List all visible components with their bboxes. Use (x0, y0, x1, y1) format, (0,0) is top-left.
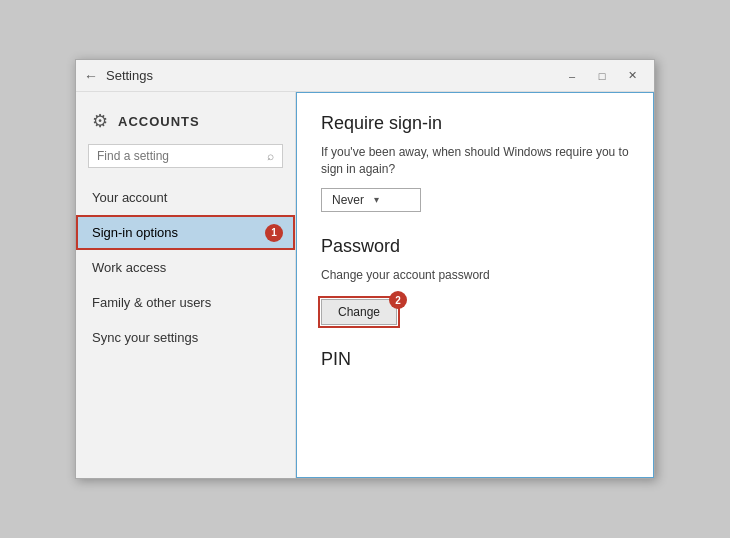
minimize-button[interactable]: – (558, 66, 586, 86)
sidebar-title: ACCOUNTS (118, 114, 200, 129)
title-bar: ← Settings – □ ✕ (76, 60, 654, 92)
sidebar: ⚙ ACCOUNTS ⌕ Your account Sign-in option… (76, 92, 296, 478)
maximize-button[interactable]: □ (588, 66, 616, 86)
sidebar-item-family-other-users[interactable]: Family & other users (76, 285, 295, 320)
change-password-button[interactable]: Change (321, 299, 397, 325)
main-panel: Require sign-in If you've been away, whe… (296, 92, 654, 478)
sidebar-header: ⚙ ACCOUNTS (76, 102, 295, 144)
pin-title: PIN (321, 349, 629, 370)
require-signin-desc: If you've been away, when should Windows… (321, 144, 629, 178)
search-icon: ⌕ (267, 149, 274, 163)
password-title: Password (321, 236, 629, 257)
sign-in-badge: 1 (265, 224, 283, 242)
close-button[interactable]: ✕ (618, 66, 646, 86)
search-bar[interactable]: ⌕ (88, 144, 283, 168)
dropdown-arrow-icon: ▾ (374, 194, 379, 205)
require-signin-title: Require sign-in (321, 113, 629, 134)
password-section: Password Change your account password Ch… (321, 236, 629, 326)
pin-section: PIN (321, 349, 629, 370)
back-button[interactable]: ← (84, 68, 98, 84)
password-badge: 2 (389, 291, 407, 309)
password-desc: Change your account password (321, 267, 629, 284)
sidebar-item-sync-settings[interactable]: Sync your settings (76, 320, 295, 355)
sidebar-item-sign-in-options[interactable]: Sign-in options 1 (76, 215, 295, 250)
sidebar-item-your-account[interactable]: Your account (76, 180, 295, 215)
require-signin-section: Require sign-in If you've been away, whe… (321, 113, 629, 212)
search-input[interactable] (97, 149, 261, 163)
sidebar-item-work-access[interactable]: Work access (76, 250, 295, 285)
content-area: ⚙ ACCOUNTS ⌕ Your account Sign-in option… (76, 92, 654, 478)
change-button-wrapper: Change 2 (321, 299, 397, 325)
window-title: Settings (106, 68, 558, 83)
settings-window: ← Settings – □ ✕ ⚙ ACCOUNTS ⌕ Your accou… (75, 59, 655, 479)
gear-icon: ⚙ (92, 110, 108, 132)
never-dropdown[interactable]: Never ▾ (321, 188, 421, 212)
window-controls: – □ ✕ (558, 66, 646, 86)
